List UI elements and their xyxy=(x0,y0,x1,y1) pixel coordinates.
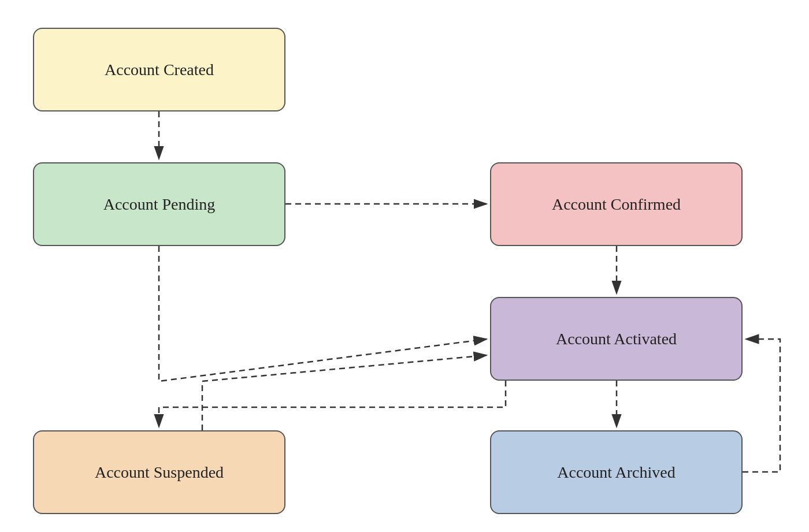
node-activated-label: Account Activated xyxy=(556,330,677,348)
node-confirmed-label: Account Confirmed xyxy=(552,195,681,214)
node-pending-label: Account Pending xyxy=(103,195,216,214)
node-created: Account Created xyxy=(33,28,285,111)
node-suspended-label: Account Suspended xyxy=(95,463,224,482)
node-pending: Account Pending xyxy=(33,162,285,246)
node-archived-label: Account Archived xyxy=(557,463,676,482)
diagram-container: Account Created Account Pending Account … xyxy=(0,0,809,532)
node-confirmed: Account Confirmed xyxy=(490,162,743,246)
node-archived: Account Archived xyxy=(490,430,743,514)
node-suspended: Account Suspended xyxy=(33,430,285,514)
node-created-label: Account Created xyxy=(105,61,214,79)
node-activated: Account Activated xyxy=(490,297,743,381)
